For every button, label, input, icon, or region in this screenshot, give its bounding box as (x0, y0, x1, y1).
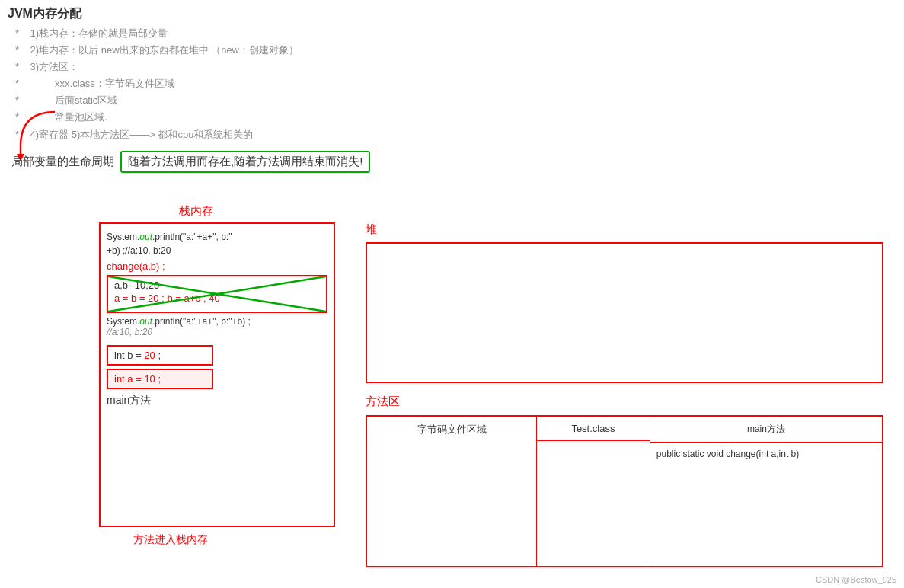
method-area-box: 字节码文件区域 Test.class main方法 public static … (366, 415, 883, 567)
method-enter-label: 方法进入栈内存 (133, 533, 208, 547)
out-italic-1: out (139, 232, 152, 242)
stack-box: System.out.println("a:"+a+", b:" +b) ;//… (99, 222, 335, 527)
heap-box (366, 242, 883, 383)
out-italic-2: out (139, 316, 152, 327)
method-area-inner: 字节码文件区域 Test.class main方法 public static … (367, 417, 882, 566)
method-col-3: main方法 public static void change(int a,i… (650, 417, 882, 566)
system-out-line2: System.out.println("a:"+a+", b:"+b) ; (107, 316, 327, 327)
method-col-2: Test.class (537, 417, 650, 566)
int-a-box: int a = 10 ; (107, 369, 213, 389)
col3-header: main方法 (650, 417, 882, 443)
public-static-text: public static void change(int a,int b) (656, 449, 876, 459)
col3-content-right: public static void change(int a,int b) (650, 443, 882, 465)
system-text-2: System. (107, 316, 139, 327)
stack-label: 栈内存 (179, 204, 213, 219)
comment-gray-line: //a:10, b:20 (107, 327, 327, 337)
stack-code-top: System.out.println("a:"+a+", b:" +b) ;//… (107, 230, 327, 257)
col2-content (537, 441, 650, 453)
comment-1: * 1)栈内存：存储的就是局部变量 (8, 25, 896, 42)
stack-bottom-area: int b = 20 ; int a = 10 ; main方法 (107, 345, 327, 407)
main-method-text: main方法 (656, 423, 876, 436)
comment-2: * 2)堆内存：以后 new出来的东西都在堆中 （new：创建对象） (8, 42, 896, 59)
col1-content (367, 443, 536, 455)
println-text: .println("a:"+a+", b:" (152, 232, 232, 242)
inner-crossed-box: a,b--10,20 a = b = 20 ; b = a+b ; 40 (107, 275, 327, 313)
plus-b-text: +b) ;//a:10, b:20 (107, 245, 171, 256)
int-b-box: int b = 20 ; (107, 345, 213, 366)
println-text-2: .println("a:"+a+", b:"+b) ; (152, 316, 251, 327)
assignment-line: a = b = 20 ; b = a+b ; 40 (114, 291, 320, 305)
csdn-watermark: CSDN @Bestow_925 (816, 575, 896, 584)
comment-7: * 4)寄存器 5)本地方法区——> 都和cpu和系统相关的 (8, 126, 896, 143)
col2-header: Test.class (537, 417, 650, 441)
main-method-label: main方法 (107, 394, 327, 407)
system-text: System. (107, 232, 139, 242)
top-section: JVM内存分配 * 1)栈内存：存储的就是局部变量 * 2)堆内存：以后 new… (8, 6, 896, 143)
int-b-val: 20 (144, 350, 155, 361)
lifecycle-section: 局部变量的生命周期 随着方法调用而存在,随着方法调用结束而消失! (11, 151, 370, 173)
method-area-label: 方法区 (366, 395, 400, 409)
comment-4: * xxx.class：字节码文件区域 (8, 75, 896, 92)
lifecycle-highlight: 随着方法调用而存在,随着方法调用结束而消失! (120, 151, 370, 173)
stack-change: change(a,b) ; (107, 260, 327, 272)
heap-label: 堆 (366, 222, 377, 237)
crossed-text-line1: a,b--10,20 (114, 280, 320, 291)
page-container: JVM内存分配 * 1)栈内存：存储的就是局部变量 * 2)堆内存：以后 new… (0, 0, 904, 588)
jvm-title: JVM内存分配 (8, 6, 896, 22)
method-col-1: 字节码文件区域 (367, 417, 537, 566)
int-b-text: int b = (114, 350, 144, 361)
comment-5: * 后面static区域 (8, 92, 896, 109)
comment-3: * 3)方法区： (8, 59, 896, 75)
comment-6: * 常量池区域. (8, 109, 896, 126)
lifecycle-prefix: 局部变量的生命周期 (11, 155, 114, 169)
col1-header: 字节码文件区域 (367, 417, 536, 443)
int-b-semi: ; (155, 350, 161, 361)
